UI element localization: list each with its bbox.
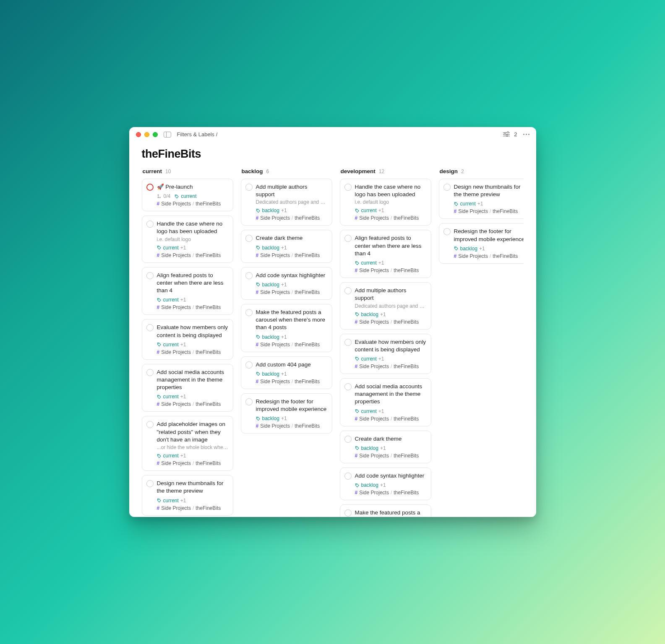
label-pill[interactable]: current +1 — [157, 342, 186, 348]
label-pill[interactable]: current +1 — [157, 297, 186, 303]
label-pill[interactable]: backlog +1 — [256, 334, 287, 340]
minimize-window-button[interactable] — [144, 132, 149, 137]
label-pill[interactable]: current +1 — [355, 356, 384, 362]
project-path[interactable]: #Side Projects/theFineBits — [256, 252, 328, 258]
view-options-icon[interactable] — [503, 132, 510, 138]
project-path[interactable]: #Side Projects/theFineBits — [256, 379, 328, 384]
project-path[interactable]: #Side Projects/theFineBits — [454, 208, 524, 214]
task-card[interactable]: Add multiple authors supportDedicated au… — [340, 282, 431, 329]
complete-checkbox[interactable] — [245, 184, 253, 191]
more-menu-icon[interactable] — [523, 134, 529, 135]
project-path[interactable]: #Side Projects/theFineBits — [157, 401, 229, 407]
project-path[interactable]: #Side Projects/theFineBits — [355, 490, 427, 496]
task-card[interactable]: Add code syntax highlighterbacklog +1#Si… — [340, 467, 431, 500]
column-header[interactable]: development12 — [340, 168, 431, 179]
project-path[interactable]: #Side Projects/theFineBits — [355, 267, 427, 273]
breadcrumb[interactable]: Filters & Labels / — [177, 131, 218, 138]
label-pill[interactable]: backlog +1 — [256, 245, 287, 251]
label-pill[interactable]: backlog +1 — [454, 246, 485, 252]
label-pill[interactable]: current +1 — [355, 208, 384, 213]
label-pill[interactable]: current — [175, 193, 196, 199]
column-header[interactable]: current10 — [142, 168, 233, 179]
project-path[interactable]: #Side Projects/theFineBits — [157, 252, 229, 258]
project-path[interactable]: #Side Projects/theFineBits — [355, 364, 427, 369]
sidebar-toggle-icon[interactable] — [164, 132, 171, 138]
label-pill[interactable]: backlog +1 — [256, 415, 287, 421]
complete-checkbox[interactable] — [344, 339, 352, 346]
task-card[interactable]: Redesign the footer for improved mobile … — [241, 393, 332, 434]
project-path[interactable]: #Side Projects/theFineBits — [256, 289, 328, 295]
task-card[interactable]: Add custom 404 pagebacklog +1#Side Proje… — [241, 356, 332, 389]
task-card[interactable]: Make the featured posts a carousel when … — [241, 304, 332, 352]
project-path[interactable]: #Side Projects/theFineBits — [157, 460, 229, 466]
complete-checkbox[interactable] — [344, 383, 352, 390]
label-pill[interactable]: current +1 — [157, 453, 186, 459]
complete-checkbox[interactable] — [146, 480, 154, 487]
label-pill[interactable]: backlog +1 — [256, 371, 287, 377]
task-card[interactable]: Add social media accounts management in … — [142, 364, 233, 412]
column-header[interactable]: design2 — [439, 168, 524, 179]
complete-checkbox[interactable] — [146, 369, 154, 376]
task-card[interactable]: Align featured posts to center when ther… — [340, 230, 431, 278]
complete-checkbox[interactable] — [344, 184, 352, 191]
label-pill[interactable]: backlog +1 — [256, 208, 287, 213]
complete-checkbox[interactable] — [344, 287, 352, 294]
complete-checkbox[interactable] — [344, 509, 352, 517]
task-card[interactable]: Make the featured posts a carousel when … — [340, 504, 431, 517]
label-pill[interactable]: current +1 — [355, 408, 384, 414]
complete-checkbox[interactable] — [344, 436, 352, 443]
label-pill[interactable]: current +1 — [157, 498, 186, 504]
project-path[interactable]: #Side Projects/theFineBits — [157, 349, 229, 355]
close-window-button[interactable] — [136, 132, 141, 137]
complete-checkbox[interactable] — [146, 324, 154, 331]
project-path[interactable]: #Side Projects/theFineBits — [454, 253, 524, 259]
task-card[interactable]: Add multiple authors supportDedicated au… — [241, 179, 332, 226]
project-path[interactable]: #Side Projects/theFineBits — [355, 416, 427, 422]
complete-checkbox[interactable] — [146, 184, 154, 191]
project-path[interactable]: #Side Projects/theFineBits — [256, 342, 328, 348]
task-card[interactable]: Add code syntax highlighterbacklog +1#Si… — [241, 267, 332, 300]
project-path[interactable]: #Side Projects/theFineBits — [355, 453, 427, 459]
project-path[interactable]: #Side Projects/theFineBits — [157, 304, 229, 310]
complete-checkbox[interactable] — [146, 272, 154, 279]
column-header[interactable]: backlog6 — [241, 168, 332, 179]
complete-checkbox[interactable] — [245, 235, 253, 242]
zoom-window-button[interactable] — [153, 132, 158, 137]
task-card[interactable]: Add placeholder images on "related posts… — [142, 416, 233, 471]
complete-checkbox[interactable] — [146, 421, 154, 428]
complete-checkbox[interactable] — [443, 184, 451, 191]
complete-checkbox[interactable] — [245, 309, 253, 316]
task-card[interactable]: Handle the case where no logo has been u… — [340, 179, 431, 226]
label-pill[interactable]: backlog +1 — [355, 312, 386, 317]
task-card[interactable]: Create dark themebacklog +1#Side Project… — [340, 431, 431, 463]
label-pill[interactable]: current +1 — [157, 394, 186, 400]
project-path[interactable]: #Side Projects/theFineBits — [256, 215, 328, 221]
complete-checkbox[interactable] — [344, 473, 352, 480]
task-card[interactable]: Create dark themebacklog +1#Side Project… — [241, 230, 332, 262]
project-path[interactable]: #Side Projects/theFineBits — [256, 423, 328, 429]
complete-checkbox[interactable] — [344, 235, 352, 242]
complete-checkbox[interactable] — [443, 228, 451, 235]
label-pill[interactable]: backlog +1 — [355, 445, 386, 451]
complete-checkbox[interactable] — [245, 398, 253, 405]
task-card[interactable]: Redesign the footer for improved mobile … — [439, 223, 524, 263]
project-path[interactable]: #Side Projects/theFineBits — [355, 319, 427, 325]
label-pill[interactable]: current +1 — [355, 260, 384, 266]
label-pill[interactable]: current +1 — [454, 201, 483, 207]
task-card[interactable]: Design new thumbnails for the theme prev… — [439, 179, 524, 219]
complete-checkbox[interactable] — [146, 221, 154, 228]
label-pill[interactable]: backlog +1 — [256, 282, 287, 288]
project-path[interactable]: #Side Projects/theFineBits — [157, 201, 229, 207]
task-card[interactable]: Handle the case where no logo has been u… — [142, 216, 233, 262]
task-card[interactable]: 🚀 Pre-launch0/4current#Side Projects/the… — [142, 179, 233, 211]
project-path[interactable]: #Side Projects/theFineBits — [355, 215, 427, 221]
task-card[interactable]: Evaluate how members only content is bei… — [142, 319, 233, 359]
label-pill[interactable]: backlog +1 — [355, 482, 386, 488]
label-pill[interactable]: current +1 — [157, 245, 186, 251]
task-card[interactable]: Align featured posts to center when ther… — [142, 267, 233, 315]
task-card[interactable]: Design new thumbnails for the theme prev… — [142, 475, 233, 515]
complete-checkbox[interactable] — [245, 272, 253, 279]
project-path[interactable]: #Side Projects/theFineBits — [157, 505, 229, 511]
task-card[interactable]: Evaluate how members only content is bei… — [340, 334, 431, 374]
complete-checkbox[interactable] — [245, 361, 253, 369]
